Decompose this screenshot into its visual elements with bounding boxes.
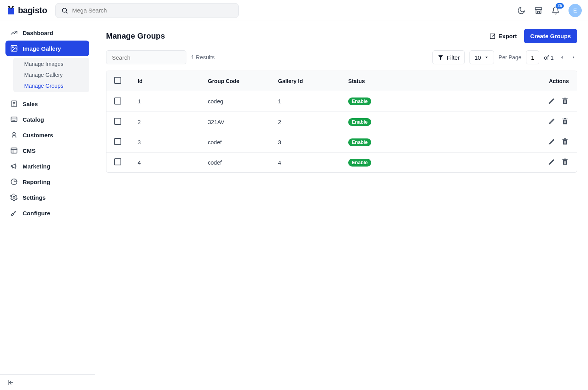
sidebar-item-sales[interactable]: Sales [5, 96, 89, 112]
sidebar-item-settings[interactable]: Settings [5, 190, 89, 205]
prev-page[interactable] [558, 54, 565, 61]
sidebar-item-reporting[interactable]: Reporting [5, 174, 89, 190]
delete-button[interactable] [561, 158, 569, 167]
export-icon [489, 33, 496, 40]
trash-icon [561, 97, 569, 105]
main-content: Manage Groups Export Create Groups 1 Res… [95, 21, 588, 390]
svg-rect-42 [564, 161, 565, 164]
delete-button[interactable] [561, 117, 569, 126]
cell-gallery-id: 4 [278, 160, 348, 166]
sidebar: Dashboard Image Gallery Manage Images Ma… [0, 21, 95, 390]
page-number-input[interactable] [526, 54, 539, 61]
svg-rect-15 [11, 148, 17, 153]
brand-name: bagisto [18, 5, 47, 16]
dark-mode-toggle[interactable] [517, 6, 526, 15]
sidebar-footer [0, 374, 95, 390]
sidebar-item-customers[interactable]: Customers [5, 127, 89, 143]
create-groups-button[interactable]: Create Groups [524, 29, 577, 43]
sidebar-item-label: Configure [23, 210, 50, 216]
avatar-initial: E [573, 7, 577, 14]
delete-button[interactable] [561, 97, 569, 106]
svg-rect-26 [563, 99, 567, 104]
per-page-value: 10 [475, 54, 481, 61]
sidebar-item-label: Customers [23, 132, 53, 138]
of-pages: of 1 [544, 54, 554, 61]
th-id[interactable]: Id [138, 78, 208, 84]
edit-button[interactable] [548, 97, 556, 106]
avatar[interactable]: E [569, 4, 582, 17]
megaphone-icon [10, 162, 18, 170]
export-button[interactable]: Export [489, 33, 517, 40]
page-input[interactable] [526, 50, 539, 64]
svg-rect-0 [8, 8, 14, 14]
th-group-code[interactable]: Group Code [208, 78, 278, 84]
delete-button[interactable] [561, 138, 569, 147]
next-page[interactable] [570, 54, 577, 61]
svg-rect-31 [563, 120, 567, 124]
status-badge: Enable [348, 138, 371, 146]
cell-group-code: 321AV [208, 119, 278, 125]
svg-rect-3 [535, 7, 542, 9]
chevron-right-icon [571, 55, 576, 60]
svg-rect-37 [564, 141, 565, 144]
cell-gallery-id: 2 [278, 119, 348, 125]
user-icon [10, 131, 18, 139]
svg-point-19 [13, 197, 15, 199]
row-checkbox[interactable] [114, 98, 121, 105]
sidebar-item-dashboard[interactable]: Dashboard [5, 25, 89, 41]
cell-gallery-id: 3 [278, 139, 348, 145]
svg-rect-39 [562, 139, 567, 140]
status-badge: Enable [348, 118, 371, 126]
table-search[interactable] [106, 50, 186, 64]
sidebar-item-label: Marketing [23, 163, 50, 170]
mega-search-input[interactable] [71, 7, 233, 14]
per-page-select[interactable]: 10 [469, 50, 494, 64]
gear-icon [10, 193, 18, 201]
edit-button[interactable] [548, 138, 556, 147]
sidebar-item-label: CMS [23, 147, 35, 154]
chevron-down-icon [484, 55, 489, 60]
filter-button[interactable]: Filter [432, 50, 465, 64]
cell-id: 2 [138, 119, 208, 125]
svg-rect-28 [565, 100, 566, 103]
table-header: Id Group Code Gallery Id Status Actions [106, 71, 577, 91]
notifications[interactable]: 25 [551, 6, 560, 15]
mega-search[interactable] [55, 3, 239, 18]
svg-rect-40 [564, 138, 566, 139]
export-label: Export [498, 33, 517, 39]
store-link[interactable] [534, 6, 543, 15]
edit-button[interactable] [548, 117, 556, 126]
cell-group-code: codef [208, 139, 278, 145]
sidebar-item-label: Image Gallery [23, 45, 61, 52]
table-search-input[interactable] [111, 54, 187, 61]
row-checkbox[interactable] [114, 158, 121, 165]
row-checkbox[interactable] [114, 118, 121, 125]
shopping-bag-icon [6, 6, 16, 15]
th-gallery-id[interactable]: Gallery Id [278, 78, 348, 84]
th-status[interactable]: Status [348, 78, 522, 84]
sidebar-item-catalog[interactable]: Catalog [5, 112, 89, 127]
edit-button[interactable] [548, 158, 556, 167]
subnav-manage-images[interactable]: Manage Images [13, 58, 89, 69]
trash-icon [561, 138, 569, 145]
select-all-checkbox[interactable] [114, 77, 121, 84]
brand-logo[interactable]: bagisto [6, 5, 49, 16]
sidebar-item-cms[interactable]: CMS [5, 143, 89, 158]
sidebar-item-configure[interactable]: Configure [5, 205, 89, 221]
sidebar-subnav-image-gallery: Manage Images Manage Gallery Manage Grou… [13, 58, 89, 92]
cell-group-code: codeg [208, 98, 278, 105]
collapse-sidebar-icon[interactable] [7, 379, 14, 386]
store-icon [534, 6, 543, 15]
sidebar-item-marketing[interactable]: Marketing [5, 158, 89, 174]
subnav-manage-groups[interactable]: Manage Groups [13, 80, 89, 91]
svg-rect-41 [563, 160, 567, 165]
sidebar-item-label: Catalog [23, 116, 44, 123]
groups-table: Id Group Code Gallery Id Status Actions … [106, 71, 577, 173]
table-toolbar: 1 Results Filter 10 Per Page of 1 [106, 50, 577, 64]
svg-rect-27 [564, 100, 565, 103]
row-checkbox[interactable] [114, 138, 121, 145]
sidebar-item-image-gallery[interactable]: Image Gallery [5, 41, 89, 56]
pencil-icon [548, 138, 556, 145]
subnav-manage-gallery[interactable]: Manage Gallery [13, 69, 89, 80]
table-row: 1 codeg 1 Enable [106, 91, 577, 112]
